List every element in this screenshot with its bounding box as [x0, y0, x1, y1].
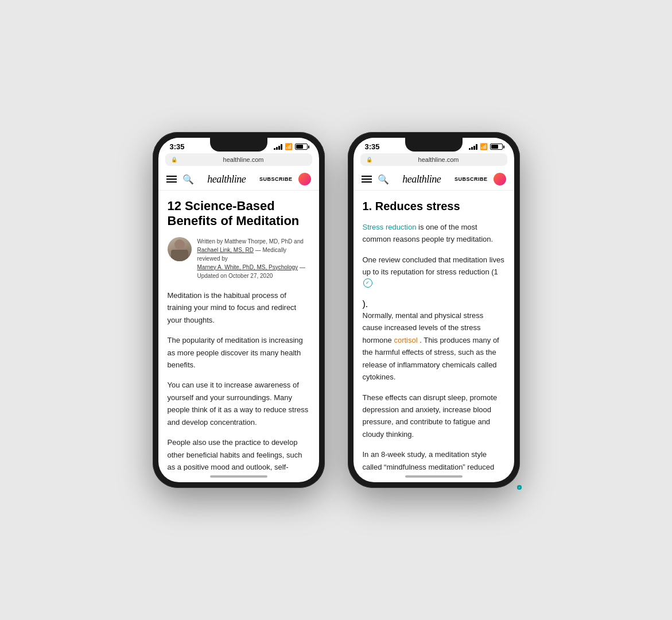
article-para-1: Meditation is the habitual process of tr…	[168, 289, 310, 326]
url-bar-right[interactable]: 🔒 healthline.com	[360, 153, 507, 166]
ref-badge-1[interactable]: ✓	[363, 278, 372, 288]
nav-bar-right: 🔍 healthline SUBSCRIBE	[354, 169, 514, 191]
signal-icon-right	[469, 144, 477, 150]
home-indicator-right	[354, 471, 514, 482]
avatar-left[interactable]	[298, 173, 311, 185]
right-para-3: Normally, mental and physical stress cau…	[363, 309, 505, 383]
search-icon[interactable]: 🔍	[182, 174, 194, 185]
url-text-right: healthline.com	[376, 156, 502, 163]
article-para-3: You can use it to increase awareness of …	[168, 379, 310, 428]
right-phone: 3:35 📶 🔒 healthline.com 🔍 healthline	[348, 132, 520, 488]
article-para-4: People also use the practice to develop …	[168, 436, 310, 471]
left-phone: 3:35 📶 🔒 healthline.com 🔍 healthline	[153, 132, 325, 488]
section-heading: 1. Reduces stress	[363, 200, 505, 213]
home-indicator-left	[158, 471, 319, 482]
notch	[210, 138, 267, 152]
url-bar-left[interactable]: 🔒 healthline.com	[165, 153, 312, 166]
search-icon-right[interactable]: 🔍	[378, 174, 389, 185]
author-link-2[interactable]: Marney A. White, PhD, MS, Psychology	[197, 264, 298, 270]
article-title: 12 Science-Based Benefits of Meditation	[168, 199, 310, 229]
nav-bar-left: 🔍 healthline SUBSCRIBE	[158, 169, 319, 191]
wifi-icon-right: 📶	[480, 143, 488, 150]
signal-icon	[274, 144, 282, 150]
url-text-left: healthline.com	[181, 156, 306, 163]
article-para-2: The popularity of meditation is increasi…	[168, 334, 310, 371]
battery-icon-right	[490, 144, 503, 150]
wifi-icon: 📶	[285, 143, 293, 150]
subscribe-button-left[interactable]: SUBSCRIBE	[259, 176, 293, 182]
author-avatar	[168, 237, 192, 261]
avatar-right[interactable]	[494, 173, 506, 185]
author-link-1[interactable]: Rachael Link, MS, RD	[197, 247, 254, 253]
stress-reduction-link[interactable]: Stress reduction	[363, 223, 417, 231]
content-area-right: 1. Reduces stress Stress reduction is on…	[354, 191, 514, 471]
lock-icon: 🔒	[171, 157, 177, 162]
time-right: 3:35	[365, 142, 380, 151]
right-para-1: Stress reduction is one of the most comm…	[363, 221, 505, 246]
content-area-left: 12 Science-Based Benefits of Meditation …	[158, 191, 319, 471]
status-icons-right: 📶	[469, 143, 503, 150]
notch-right	[405, 138, 463, 152]
status-icons-left: 📶	[274, 143, 308, 150]
battery-icon	[295, 144, 308, 150]
healthline-logo-left: healthline	[200, 173, 254, 185]
right-para-2: One review concluded that meditation liv…	[363, 254, 505, 291]
right-para-4: These effects can disrupt sleep, promote…	[363, 392, 505, 441]
lock-icon-right: 🔒	[366, 157, 372, 162]
menu-icon[interactable]	[166, 176, 177, 183]
author-section: Written by Matthew Thorpe, MD, PhD and R…	[168, 237, 310, 280]
time-left: 3:35	[170, 142, 185, 151]
author-text: Written by Matthew Thorpe, MD, PhD and R…	[197, 237, 310, 280]
subscribe-button-right[interactable]: SUBSCRIBE	[455, 176, 488, 182]
right-para-5: In an 8-week study, a meditation style c…	[363, 448, 505, 471]
healthline-logo-right: healthline	[395, 173, 449, 185]
menu-icon-right[interactable]	[362, 176, 372, 183]
cortisol-link[interactable]: cortisol	[394, 336, 417, 344]
